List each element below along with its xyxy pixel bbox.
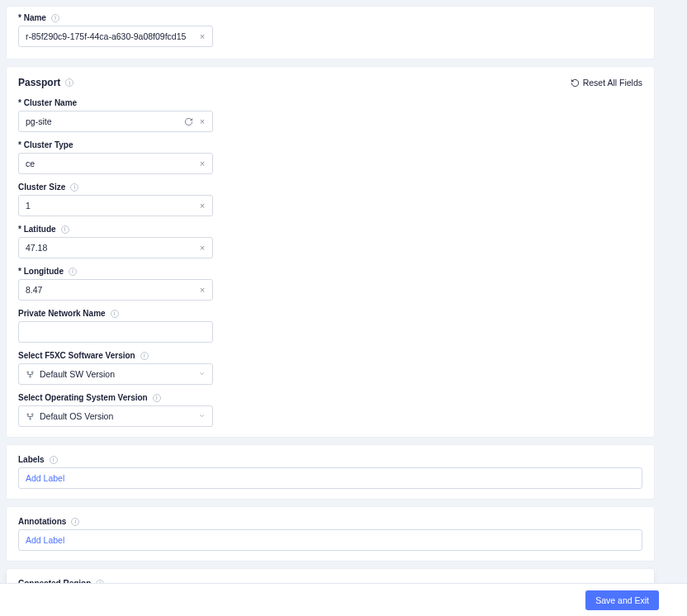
cluster-type-input-wrap: × <box>18 153 213 174</box>
longitude-input-wrap: × <box>18 279 213 301</box>
passport-title-text: Passport <box>18 77 60 88</box>
svg-point-5 <box>30 418 31 419</box>
latitude-input-wrap: × <box>18 237 213 258</box>
cluster-size-field: Cluster Size i × <box>18 182 642 216</box>
os-version-select[interactable]: Default OS Version <box>18 405 213 427</box>
software-version-select[interactable]: Default SW Version <box>18 363 213 385</box>
cluster-name-input-wrap: × <box>18 111 213 132</box>
info-icon[interactable]: i <box>65 78 73 87</box>
label-text: Select F5XC Software Version <box>18 351 135 360</box>
svg-point-4 <box>31 413 33 415</box>
annotations-card: Annotations i <box>7 507 654 561</box>
private-network-name-input-wrap <box>18 321 213 343</box>
info-icon[interactable]: i <box>71 518 79 526</box>
software-version-select-wrap: Default SW Version <box>18 363 213 385</box>
info-icon[interactable]: i <box>70 183 78 192</box>
passport-card: Passport i Reset All Fields * Cluster Na… <box>7 67 654 437</box>
os-version-select-wrap: Default OS Version <box>18 405 213 427</box>
cluster-size-input[interactable] <box>18 195 213 216</box>
private-network-name-input[interactable] <box>18 321 213 343</box>
os-version-label: Select Operating System Version i <box>18 393 642 402</box>
name-field: * Name i × <box>18 13 642 47</box>
private-network-name-label: Private Network Name i <box>18 309 642 318</box>
longitude-field: * Longitude i × <box>18 267 642 301</box>
labels-card: Labels i <box>7 445 654 499</box>
branch-icon <box>26 412 35 421</box>
private-network-name-field: Private Network Name i <box>18 309 642 343</box>
label-text: * Cluster Name <box>18 98 77 107</box>
longitude-input[interactable] <box>18 279 213 301</box>
svg-point-1 <box>31 371 33 372</box>
clear-icon[interactable]: × <box>197 31 207 41</box>
info-icon[interactable]: i <box>111 310 119 318</box>
cluster-type-input[interactable] <box>18 153 213 174</box>
software-version-field: Select F5XC Software Version i Default S… <box>18 351 642 385</box>
info-icon[interactable]: i <box>69 268 77 276</box>
label-text: Cluster Size <box>18 182 65 192</box>
branch-icon <box>26 370 35 379</box>
cluster-type-label: * Cluster Type <box>18 140 642 149</box>
info-icon[interactable]: i <box>50 456 58 464</box>
label-text: Select Operating System Version <box>18 393 148 402</box>
svg-point-2 <box>30 376 31 377</box>
refresh-icon[interactable] <box>183 116 193 126</box>
name-label: * Name i <box>18 13 642 22</box>
name-input-wrap: × <box>18 26 213 47</box>
clear-icon[interactable]: × <box>197 201 207 211</box>
label-text: Private Network Name <box>18 309 106 318</box>
label-text: Annotations <box>18 517 66 526</box>
clear-icon[interactable]: × <box>197 116 207 126</box>
cluster-size-input-wrap: × <box>18 195 213 216</box>
clear-icon[interactable]: × <box>197 159 207 168</box>
os-version-value: Default OS Version <box>40 411 113 421</box>
annotations-input-wrap <box>18 529 642 551</box>
label-text: * Latitude <box>18 225 56 234</box>
info-icon[interactable]: i <box>153 394 161 402</box>
svg-point-0 <box>27 371 29 372</box>
passport-title: Passport i <box>18 77 73 88</box>
name-input[interactable] <box>18 26 213 47</box>
labels-input-wrap <box>18 467 642 489</box>
latitude-field: * Latitude i × <box>18 225 642 258</box>
reset-icon <box>571 78 580 88</box>
page-container: * Name i × Passport i Reset All Fields <box>0 0 687 616</box>
cluster-type-field: * Cluster Type × <box>18 140 642 174</box>
footer-bar: Save and Exit <box>0 583 687 616</box>
info-icon[interactable]: i <box>51 14 59 22</box>
os-version-field: Select Operating System Version i Defaul… <box>18 393 642 427</box>
latitude-label: * Latitude i <box>18 225 642 234</box>
annotations-input[interactable] <box>18 529 642 551</box>
chevron-down-icon <box>198 411 206 421</box>
label-text: Labels <box>18 455 45 464</box>
info-icon[interactable]: i <box>61 225 69 234</box>
save-and-exit-button[interactable]: Save and Exit <box>585 590 659 610</box>
name-card: * Name i × <box>7 7 654 59</box>
clear-icon[interactable]: × <box>197 285 207 295</box>
cluster-name-label: * Cluster Name <box>18 98 642 107</box>
info-icon[interactable]: i <box>140 352 149 360</box>
cluster-name-field: * Cluster Name × <box>18 98 642 132</box>
software-version-value: Default SW Version <box>40 369 115 379</box>
label-text: * Cluster Type <box>18 140 73 149</box>
name-label-text: * Name <box>18 13 46 22</box>
labels-label: Labels i <box>18 455 642 464</box>
longitude-label: * Longitude i <box>18 267 642 276</box>
reset-label: Reset All Fields <box>583 78 642 88</box>
annotations-label: Annotations i <box>18 517 642 526</box>
cluster-size-label: Cluster Size i <box>18 182 642 192</box>
software-version-label: Select F5XC Software Version i <box>18 351 642 360</box>
label-text: * Longitude <box>18 267 64 276</box>
annotations-field: Annotations i <box>18 517 642 551</box>
reset-all-fields-button[interactable]: Reset All Fields <box>571 78 642 88</box>
svg-point-3 <box>27 413 29 415</box>
labels-field: Labels i <box>18 455 642 489</box>
chevron-down-icon <box>198 369 206 379</box>
labels-input[interactable] <box>18 467 642 489</box>
latitude-input[interactable] <box>18 237 213 258</box>
clear-icon[interactable]: × <box>197 243 207 253</box>
passport-header: Passport i Reset All Fields <box>18 77 642 88</box>
